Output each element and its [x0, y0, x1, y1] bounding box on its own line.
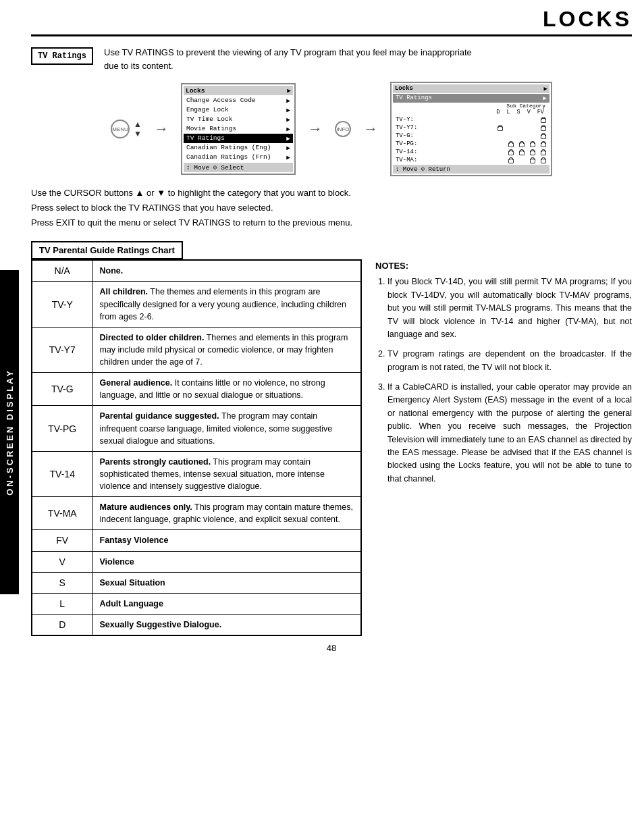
table-row: SSexual Situation	[32, 572, 361, 593]
table-row: FVFantasy Violence	[32, 530, 361, 551]
arrow-right-icon: →	[154, 120, 169, 138]
lock-icon-ma-d	[508, 157, 513, 163]
rating-row-tvma: TV-MA:	[393, 156, 549, 164]
rating-description: None.	[92, 260, 361, 282]
subcat-header: Sub Category	[393, 103, 549, 109]
table-row: LAdult Language	[32, 593, 361, 614]
tv-ratings-box: TV Ratings	[31, 47, 93, 65]
lock-icon	[540, 117, 545, 123]
diagram-row: MENU ▲ ▼ → Locks ▶ Change Access Code▶ E…	[31, 82, 632, 176]
rating-description: Directed to older children. Themes and e…	[92, 327, 361, 372]
list-item: TV program ratings are dependent on the …	[387, 348, 632, 374]
list-item: If you Block TV-14D, you will still perm…	[387, 276, 632, 341]
rating-code: TV-G	[32, 373, 92, 406]
chart-header: TV Parental Guide Ratings Chart	[31, 241, 183, 259]
rating-code: TV-Y7	[32, 327, 92, 372]
arrow-right-2-icon: →	[308, 120, 323, 138]
info-text: Use the CURSOR buttons ▲ or ▼ to highlig…	[31, 186, 632, 230]
rating-row-tvg: TV-G:	[393, 132, 549, 140]
lock-icon-pg-s	[529, 141, 535, 147]
list-item: If a CableCARD is installed, your cable …	[387, 381, 632, 486]
rating-description: Violence	[92, 551, 361, 572]
lock-icon-ma-v	[540, 157, 545, 163]
lock-icon-y7	[497, 125, 502, 131]
ratings-table: N/ANone.TV-YAll children. The themes and…	[31, 259, 362, 636]
rating-row-tvy7: TV-Y7:	[393, 124, 549, 132]
notes-section: NOTES: If you Block TV-14D, you will sti…	[375, 259, 632, 492]
col-headers: D L S V FV	[393, 109, 549, 115]
lock-icon-pg-v	[540, 141, 545, 147]
rating-code: TV-MA	[32, 497, 92, 530]
nav-cluster: ▲ ▼	[134, 120, 142, 138]
lock-icon-14-l	[518, 149, 524, 155]
lock-icon-g	[540, 133, 545, 139]
tv-ratings-section: TV Ratings Use TV RATINGS to prevent the…	[31, 46, 632, 72]
rating-description: Mature audiences only. This program may …	[92, 497, 361, 530]
down-arrow-icon: ▼	[134, 129, 142, 138]
rating-code: L	[32, 593, 92, 614]
rating-code: D	[32, 614, 92, 635]
rating-description: Sexually Suggestive Dialogue.	[92, 614, 361, 635]
table-row: TV-Y7Directed to older children. Themes …	[32, 327, 361, 372]
lock-icon-pg-d	[508, 141, 513, 147]
page-number: 48	[31, 643, 632, 653]
menu-item-change-access: Change Access Code▶	[184, 96, 293, 105]
menu-item-canadian-frn: Canadian Ratings (Frn)▶	[184, 153, 293, 162]
rating-description: Sexual Situation	[92, 572, 361, 593]
tv-ratings-screen-footer: ↕ Move ⊙ Return	[393, 165, 549, 174]
rating-description: General audience. It contains little or …	[92, 373, 361, 406]
locks-menu-screen: Locks ▶ Change Access Code▶ Engage Lock▶…	[181, 83, 296, 175]
lock-icon-14-v	[540, 149, 545, 155]
rating-code: S	[32, 572, 92, 593]
lock-icon-y7-fv	[540, 125, 545, 131]
menu-item-tv-ratings: TV Ratings▶	[184, 134, 293, 143]
main-content: N/ANone.TV-YAll children. The themes and…	[31, 259, 632, 636]
rating-code: V	[32, 551, 92, 572]
menu-item-movie: Movie Ratings▶	[184, 124, 293, 134]
table-row: TV-GGeneral audience. It contains little…	[32, 373, 361, 406]
menu-item-engage: Engage Lock▶	[184, 105, 293, 115]
rating-description: Fantasy Violence	[92, 530, 361, 551]
rating-row-tvpg: TV-PG:	[393, 140, 549, 148]
rating-code: TV-PG	[32, 406, 92, 451]
table-row: VViolence	[32, 551, 361, 572]
up-arrow-icon: ▲	[134, 120, 142, 129]
table-row: DSexually Suggestive Dialogue.	[32, 614, 361, 635]
page-title: LOCKS	[31, 7, 632, 36]
lock-icon-pg-l	[518, 141, 524, 147]
notes-list: If you Block TV-14D, you will still perm…	[375, 276, 632, 486]
rating-code: TV-Y	[32, 282, 92, 327]
menu-icon: MENU	[111, 120, 130, 138]
select-button-icon: INFO	[335, 121, 351, 137]
rating-row-tv14: TV-14:	[393, 148, 549, 156]
rating-description: Parents strongly cautioned. This program…	[92, 451, 361, 496]
rating-description: Parental guidance suggested. The program…	[92, 406, 361, 451]
tv-ratings-subtitle: TV Ratings ▶	[393, 94, 549, 103]
tv-ratings-description: Use TV RATINGS to prevent the viewing of…	[104, 46, 472, 72]
rating-code: FV	[32, 530, 92, 551]
menu-item-tvtime: TV Time Lock▶	[184, 115, 293, 124]
rating-description: All children. The themes and elements in…	[92, 282, 361, 327]
menu-item-canadian-eng: Canadian Ratings (Eng)▶	[184, 143, 293, 153]
table-row: TV-PGParental guidance suggested. The pr…	[32, 406, 361, 451]
menu-nav: MENU ▲ ▼	[111, 120, 142, 138]
sidebar-label: ON-SCREEN DISPLAY	[0, 270, 19, 594]
lock-icon-ma-s	[529, 157, 535, 163]
notes-title: NOTES:	[375, 259, 632, 273]
screen-title-bar: Locks ▶	[184, 86, 293, 95]
table-row: TV-YAll children. The themes and element…	[32, 282, 361, 327]
table-row: N/ANone.	[32, 260, 361, 282]
arrow-right-3-icon: →	[363, 120, 378, 138]
rating-code: TV-14	[32, 451, 92, 496]
screen-footer: ↕ Move ⊙ Select	[184, 163, 293, 172]
table-row: TV-14Parents strongly cautioned. This pr…	[32, 451, 361, 496]
rating-code: N/A	[32, 260, 92, 282]
rating-row-tvy: TV-Y:	[393, 115, 549, 124]
table-row: TV-MAMature audiences only. This program…	[32, 497, 361, 530]
rating-description: Adult Language	[92, 593, 361, 614]
tv-ratings-screen: Locks ▶ TV Ratings ▶ Sub Category D L S …	[390, 82, 552, 176]
lock-icon-14-s	[529, 149, 535, 155]
lock-icon-14-d	[508, 149, 513, 155]
tv-ratings-screen-title: Locks ▶	[393, 84, 549, 93]
